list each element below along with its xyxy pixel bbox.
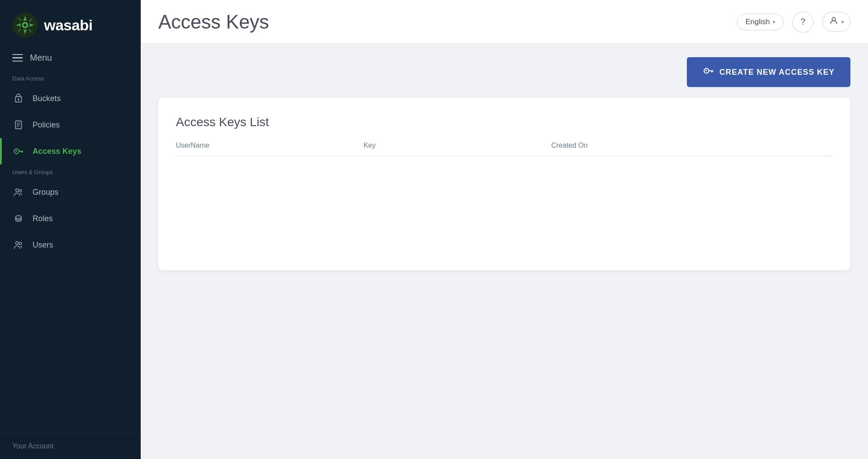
main-content: Access Keys English ▾ ? ▾	[141, 0, 868, 459]
sidebar-footer[interactable]: Your Account	[0, 433, 141, 459]
your-account-label: Your Account	[12, 442, 54, 450]
user-chevron-icon: ▾	[841, 19, 844, 25]
language-chevron-icon: ▾	[773, 19, 775, 25]
policies-label: Policies	[33, 120, 60, 130]
svg-point-25	[16, 216, 22, 219]
help-icon: ?	[800, 17, 805, 27]
table-header: UserName Key Created On	[176, 142, 833, 156]
users-icon	[12, 239, 25, 251]
svg-point-33	[705, 70, 707, 71]
users-groups-section-label: Users & Groups	[0, 164, 141, 179]
content-area: CREATE NEW ACCESS KEY Access Keys List U…	[141, 44, 868, 459]
action-bar: CREATE NEW ACCESS KEY	[158, 57, 850, 87]
wasabi-wordmark: wasabi	[44, 17, 92, 34]
key-icon	[12, 145, 25, 157]
user-menu-button[interactable]: ▾	[822, 12, 850, 32]
sidebar-item-buckets[interactable]: Buckets	[0, 85, 141, 112]
svg-point-26	[16, 241, 19, 244]
logo-area: wasabi	[0, 0, 141, 48]
table-body	[176, 156, 833, 244]
wasabi-logo-icon	[12, 12, 38, 38]
sidebar-item-groups[interactable]: Groups	[0, 179, 141, 205]
create-btn-label: CREATE NEW ACCESS KEY	[719, 68, 835, 77]
menu-toggle[interactable]: Menu	[0, 48, 141, 71]
language-label: English	[745, 18, 770, 26]
access-keys-list-title: Access Keys List	[176, 115, 833, 129]
svg-point-27	[19, 242, 22, 244]
sidebar-item-roles[interactable]: Roles	[0, 205, 141, 232]
groups-label: Groups	[33, 188, 58, 197]
sidebar-item-access-keys[interactable]: Access Keys	[0, 138, 141, 164]
menu-label: Menu	[30, 53, 52, 63]
help-button[interactable]: ?	[792, 11, 813, 33]
col-created-on: Created On	[551, 142, 833, 149]
bucket-icon	[12, 92, 25, 105]
roles-icon	[12, 212, 25, 225]
roles-label: Roles	[33, 214, 53, 223]
hamburger-icon	[12, 54, 23, 62]
groups-icon	[12, 186, 25, 198]
page-title: Access Keys	[158, 11, 728, 33]
col-username: UserName	[176, 142, 364, 149]
access-keys-card: Access Keys List UserName Key Created On	[158, 98, 850, 270]
sidebar-item-users[interactable]: Users	[0, 232, 141, 258]
policies-icon	[12, 119, 25, 131]
svg-point-24	[19, 189, 22, 192]
svg-point-28	[832, 18, 835, 21]
sidebar: wasabi Menu Data Access Buckets	[0, 0, 141, 459]
users-label: Users	[33, 240, 53, 250]
svg-point-22	[16, 150, 17, 152]
create-access-key-button[interactable]: CREATE NEW ACCESS KEY	[687, 57, 850, 87]
language-dropdown[interactable]: English ▾	[737, 14, 784, 30]
buckets-label: Buckets	[33, 94, 61, 103]
user-icon	[829, 16, 839, 28]
topbar: Access Keys English ▾ ? ▾	[141, 0, 868, 44]
svg-point-23	[16, 189, 19, 192]
create-key-icon	[703, 65, 714, 79]
access-keys-label: Access Keys	[33, 147, 81, 156]
svg-point-10	[24, 24, 27, 27]
sidebar-item-policies[interactable]: Policies	[0, 112, 141, 138]
col-key: Key	[364, 142, 551, 149]
data-access-section-label: Data Access	[0, 71, 141, 85]
